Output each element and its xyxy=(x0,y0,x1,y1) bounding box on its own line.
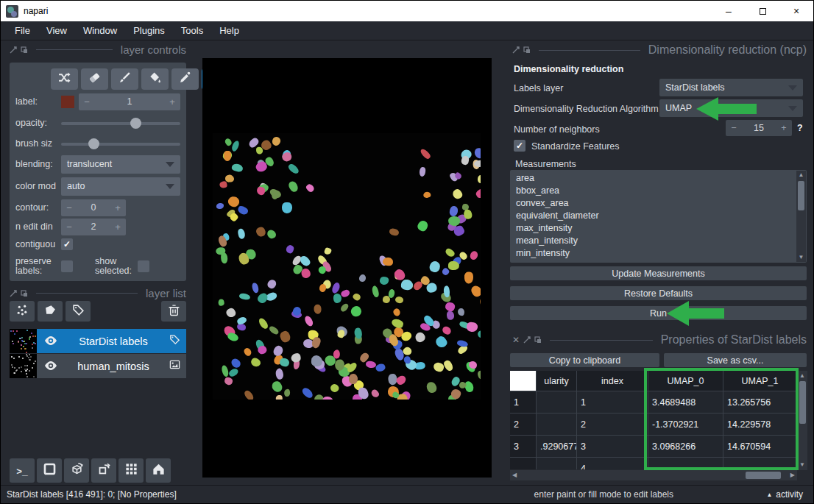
table-cell[interactable]: -1.3702921 xyxy=(648,414,723,436)
measurement-item[interactable]: bbox_area xyxy=(516,185,807,197)
float-panel-icon[interactable] xyxy=(10,290,17,297)
table-cell[interactable]: 13.265756 xyxy=(723,391,797,414)
table-cell[interactable]: 4 xyxy=(577,458,648,469)
dock-panel-icon[interactable] xyxy=(21,290,28,297)
table-cell[interactable] xyxy=(537,391,577,414)
scroll-left-icon[interactable]: ◀ xyxy=(512,471,517,480)
column-header-index[interactable]: index xyxy=(577,371,648,391)
table-cell[interactable]: .92906771 xyxy=(537,436,577,458)
transpose-button[interactable] xyxy=(91,458,116,483)
table-cell[interactable]: 14.670594 xyxy=(723,436,797,458)
increment-icon[interactable]: + xyxy=(776,123,792,133)
new-shapes-button[interactable] xyxy=(38,301,63,322)
measurement-item[interactable]: max_intensity xyxy=(516,222,807,235)
dock-panel-icon[interactable] xyxy=(534,336,542,344)
table-hscrollbar[interactable]: ◀ ▶ xyxy=(510,470,797,480)
table-cell[interactable]: 1 xyxy=(577,391,648,414)
show-selected-checkbox[interactable]: ✓ xyxy=(138,260,149,272)
shuffle-tool-button[interactable] xyxy=(51,68,78,90)
blending-dropdown[interactable]: translucent xyxy=(61,155,180,174)
scrollbar-thumb[interactable] xyxy=(798,181,804,210)
dock-panel-icon[interactable] xyxy=(523,46,531,54)
labels-layer-dropdown[interactable]: StarDist labels xyxy=(659,79,803,96)
menu-item-view[interactable]: View xyxy=(38,21,75,40)
restore-defaults-button[interactable]: Restore Defaults xyxy=(510,286,807,300)
increment-icon[interactable]: + xyxy=(164,96,180,107)
color-mode-dropdown[interactable]: auto xyxy=(61,177,180,196)
table-corner-cell[interactable] xyxy=(510,371,537,391)
table-cell[interactable]: 3.4689488 xyxy=(648,391,723,414)
n-edit-dim-spinbox[interactable]: − 2 + xyxy=(61,219,126,235)
row-header[interactable]: 1 xyxy=(510,391,537,414)
scroll-up-icon[interactable]: ▲ xyxy=(799,372,805,380)
float-panel-icon[interactable] xyxy=(523,336,531,344)
row-header[interactable] xyxy=(510,458,537,469)
paintbrush-tool-button[interactable] xyxy=(111,68,138,90)
menu-item-help[interactable]: Help xyxy=(211,21,247,40)
save-as-csv-button[interactable]: Save as csv... xyxy=(664,353,807,367)
close-panel-icon[interactable]: ✕ xyxy=(512,336,520,344)
table-cell[interactable] xyxy=(723,458,797,469)
table-cell[interactable]: 14.229578 xyxy=(723,414,797,436)
dock-panel-icon[interactable] xyxy=(21,46,28,54)
increment-icon[interactable]: + xyxy=(110,221,126,233)
column-header-umap_0[interactable]: UMAP_0 xyxy=(648,371,723,391)
table-row[interactable]: 4 xyxy=(510,458,797,469)
opacity-slider[interactable] xyxy=(61,115,180,132)
table-vscrollbar[interactable]: ▲ ▼ xyxy=(798,371,807,470)
decrement-icon[interactable]: − xyxy=(61,221,77,233)
measurements-scrollbar[interactable]: ▲ ▼ xyxy=(796,171,806,262)
new-points-button[interactable] xyxy=(10,301,35,322)
row-header[interactable]: 3 xyxy=(510,436,537,458)
algorithm-dropdown[interactable]: UMAP xyxy=(659,99,803,117)
update-measurements-button[interactable]: Update Measurements xyxy=(510,266,807,280)
table-cell[interactable]: 2 xyxy=(577,414,648,436)
table-cell[interactable] xyxy=(648,458,723,469)
label-spinbox[interactable]: − 1 + xyxy=(79,93,180,110)
row-header[interactable]: 2 xyxy=(510,414,537,436)
ndisplay-button[interactable] xyxy=(37,458,62,483)
decrement-icon[interactable]: − xyxy=(79,96,95,107)
visibility-eye-icon[interactable] xyxy=(44,335,57,348)
table-cell[interactable] xyxy=(537,458,577,469)
increment-icon[interactable]: + xyxy=(110,202,126,213)
table-row[interactable]: 22-1.370292114.229578 xyxy=(510,414,797,436)
column-header-ularity[interactable]: ularity xyxy=(537,371,577,391)
new-labels-button[interactable] xyxy=(66,301,91,322)
standardize-checkbox[interactable]: ✓ xyxy=(514,140,525,152)
measurement-item[interactable]: equivalent_diameter xyxy=(516,210,807,222)
table-row[interactable]: 3.9290677133.096826614.670594 xyxy=(510,436,797,458)
label-color-swatch[interactable] xyxy=(61,96,74,108)
float-panel-icon[interactable] xyxy=(512,46,520,54)
layer-row-human-mitosis[interactable]: human_mitosis xyxy=(10,354,186,378)
scroll-right-icon[interactable]: ▶ xyxy=(790,471,795,480)
scroll-down-icon[interactable]: ▼ xyxy=(799,253,804,262)
neighbors-spinbox[interactable]: − 15 + xyxy=(726,120,792,136)
table-row[interactable]: 113.468948813.265756 xyxy=(510,391,797,414)
scroll-down-icon[interactable]: ▼ xyxy=(799,461,805,469)
home-button[interactable] xyxy=(146,458,171,483)
measurement-item[interactable]: convex_area xyxy=(516,197,807,210)
preserve-labels-checkbox[interactable]: ✓ xyxy=(61,260,73,272)
fill-tool-button[interactable] xyxy=(141,68,169,90)
measurement-item[interactable]: min_intensity xyxy=(516,247,807,260)
eraser-tool-button[interactable] xyxy=(81,68,108,90)
copy-to-clipboard-button[interactable]: Copy to clipboard xyxy=(510,353,659,367)
scrollbar-thumb[interactable] xyxy=(799,381,806,424)
close-button[interactable]: × xyxy=(779,1,813,21)
table-cell[interactable] xyxy=(537,414,577,436)
grid-button[interactable] xyxy=(118,458,144,483)
menu-item-window[interactable]: Window xyxy=(75,21,125,40)
brush-size-slider[interactable] xyxy=(61,135,180,152)
measurement-item[interactable]: mean_intensity xyxy=(516,235,807,247)
table-cell[interactable]: 3.0968266 xyxy=(648,436,723,458)
delete-layer-button[interactable] xyxy=(161,301,186,322)
measurements-list[interactable]: areabbox_areaconvex_areaequivalent_diame… xyxy=(510,170,807,263)
menu-item-tools[interactable]: Tools xyxy=(173,21,211,40)
properties-table[interactable]: ularityindexUMAP_0UMAP_1113.468948813.26… xyxy=(510,371,797,469)
contour-spinbox[interactable]: − 0 + xyxy=(61,199,126,216)
picker-tool-button[interactable] xyxy=(171,68,199,90)
neighbors-help[interactable]: ? xyxy=(797,123,803,133)
scroll-up-icon[interactable]: ▲ xyxy=(799,171,804,180)
column-header-umap_1[interactable]: UMAP_1 xyxy=(723,371,797,391)
